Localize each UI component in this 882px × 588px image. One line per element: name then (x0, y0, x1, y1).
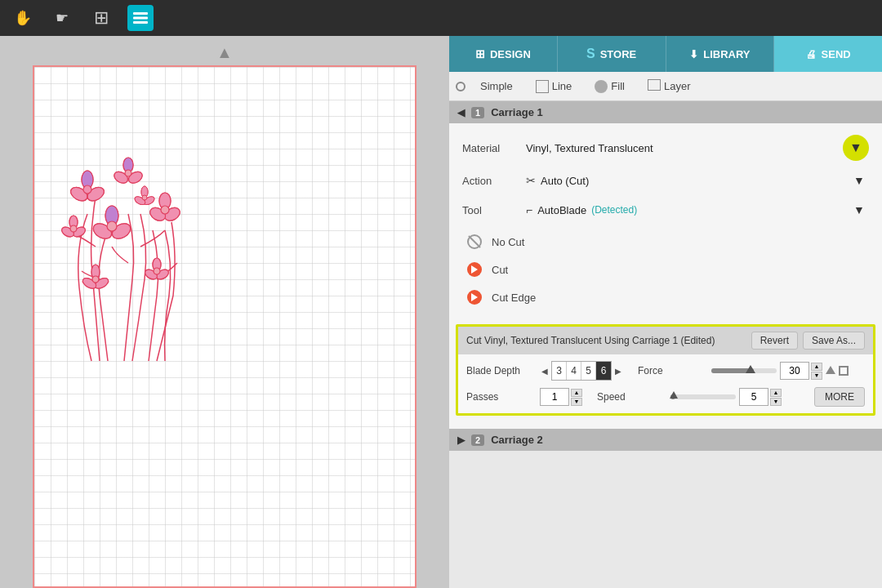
svg-point-23 (107, 221, 117, 231)
subtab-fill-label: Fill (611, 80, 625, 92)
svg-rect-0 (133, 12, 148, 15)
material-value: Vinyl, Textured Translucent (526, 142, 653, 154)
settings-header: Cut Vinyl, Textured Translucent Using Ca… (458, 327, 873, 354)
carriage1-header[interactable]: ◀ 1 Carriage 1 (449, 101, 882, 123)
scroll-up-btn[interactable]: ▲ (200, 39, 249, 65)
canvas-mat (33, 65, 416, 588)
settings-header-text: Cut Vinyl, Textured Translucent Using Ca… (466, 335, 751, 346)
tool-detected-label: (Detected) (591, 204, 637, 216)
carriage1-label: Carriage 1 (491, 106, 543, 118)
blade-depth-right-arrow[interactable]: ▶ (613, 365, 623, 377)
cut-edge-option[interactable]: Cut Edge (449, 283, 882, 311)
sub-tabs: Simple Line Fill Layer (449, 72, 882, 101)
force-up-btn[interactable]: ▲ (811, 363, 822, 371)
svg-rect-1 (133, 17, 148, 20)
blade-depth-cell-3: 6 (596, 362, 611, 380)
tool-icon: ⌐ (526, 203, 532, 216)
carriage2-label: Carriage 2 (491, 434, 543, 446)
cut-option[interactable]: Cut (449, 256, 882, 283)
passes-up-btn[interactable]: ▲ (571, 389, 582, 397)
nav-tabs: ⊞ DESIGN S STORE ⬇ LIBRARY 🖨 SEND (449, 36, 882, 72)
material-value-container: Vinyl, Textured Translucent (526, 142, 836, 154)
force-triangle-icon (826, 366, 835, 374)
cut-tool-btn[interactable] (127, 5, 154, 31)
settings-header-edited-val: (Edited) (680, 335, 715, 346)
design-tab-icon: ⊞ (475, 47, 485, 60)
subtab-fill[interactable]: Fill (585, 77, 635, 96)
add-tool-btn[interactable]: ⊞ (88, 5, 114, 31)
subtab-fill-icon (595, 80, 608, 93)
material-dropdown-btn[interactable]: ▼ (843, 135, 869, 161)
carriage2-header[interactable]: ▶ 2 Carriage 2 (449, 429, 882, 451)
carriage1-body: Material Vinyl, Textured Translucent ▼ A… (449, 123, 882, 429)
carriage2-expand-arrow: ▶ (457, 434, 465, 446)
carriage1-collapse-arrow: ◀ (457, 107, 465, 118)
force-input[interactable]: 30 (780, 362, 809, 380)
carriage2-number-badge: 2 (471, 434, 484, 446)
save-as-btn[interactable]: Save As... (803, 332, 865, 350)
more-btn[interactable]: MORE (814, 387, 865, 407)
passes-speed-row: Passes 1 ▲ ▼ Speed (466, 387, 865, 407)
svg-rect-2 (133, 21, 148, 24)
subtab-layer-icon (648, 79, 661, 91)
subtab-layer[interactable]: Layer (638, 77, 701, 96)
subtab-line-icon (536, 80, 549, 93)
send-tab-label: SEND (822, 48, 851, 60)
action-row: Action ✂ Auto (Cut) ▼ (449, 166, 882, 195)
subtab-line[interactable]: Line (526, 77, 582, 96)
settings-header-material-val: Vinyl, Textured Translucent (484, 335, 602, 346)
material-row: Material Vinyl, Textured Translucent ▼ (449, 130, 882, 166)
blade-depth-control: ◀ 3 4 5 6 ▶ (540, 361, 623, 381)
send-tab-icon: 🖨 (806, 48, 817, 60)
tool-row: Tool ⌐ AutoBlade (Detected) ▼ (449, 195, 882, 225)
force-label: Force (638, 365, 703, 376)
passes-control: 1 ▲ ▼ (540, 388, 582, 406)
force-down-btn[interactable]: ▼ (811, 372, 822, 380)
tool-dropdown-btn[interactable]: ▼ (849, 200, 869, 220)
subtab-simple[interactable]: Simple (470, 77, 523, 96)
passes-input[interactable]: 1 (540, 388, 569, 406)
action-dropdown-btn[interactable]: ▼ (849, 171, 869, 190)
speed-down-btn[interactable]: ▼ (770, 398, 782, 406)
settings-body: Blade Depth ◀ 3 4 5 6 ▶ (458, 354, 873, 413)
flower-art (51, 83, 214, 377)
subtab-simple-radio (456, 82, 466, 91)
cut-edge-icon (466, 288, 483, 306)
speed-spinner: 5 ▲ ▼ (739, 388, 782, 406)
force-row: 30 ▲ ▼ (711, 362, 865, 380)
svg-point-37 (70, 225, 77, 232)
design-tab-label: DESIGN (490, 48, 531, 60)
action-value: Auto (Cut) (541, 175, 589, 187)
blade-depth-cell-1: 4 (567, 362, 581, 380)
blade-depth-left-arrow[interactable]: ◀ (540, 365, 550, 377)
force-square-icon (839, 366, 849, 376)
cut-icon (466, 261, 483, 278)
settings-header-using-val: Using (604, 335, 630, 346)
speed-up-btn[interactable]: ▲ (770, 389, 782, 397)
passes-down-btn[interactable]: ▼ (571, 398, 582, 406)
cut-options: No Cut Cut (449, 225, 882, 318)
tab-library[interactable]: ⬇ LIBRARY (666, 36, 775, 72)
speed-input[interactable]: 5 (739, 388, 768, 406)
no-cut-option[interactable]: No Cut (449, 228, 882, 256)
tab-store[interactable]: S STORE (558, 36, 666, 72)
tab-design[interactable]: ⊞ DESIGN (449, 36, 558, 72)
passes-label: Passes (466, 391, 532, 403)
svg-point-51 (92, 276, 99, 283)
speed-row: 5 ▲ ▼ MORE (670, 387, 865, 407)
action-icon: ✂ (526, 174, 536, 187)
store-tab-icon: S (586, 47, 595, 61)
blade-force-row: Blade Depth ◀ 3 4 5 6 ▶ (466, 361, 865, 381)
tool-value: AutoBlade (537, 204, 586, 216)
tool-value-container: ⌐ AutoBlade (Detected) (526, 203, 843, 216)
select-tool-btn[interactable]: ☛ (49, 5, 75, 31)
no-cut-label: No Cut (492, 236, 524, 248)
store-tab-label: STORE (600, 48, 637, 60)
tab-send[interactable]: 🖨 SEND (774, 36, 882, 72)
speed-slider-track[interactable] (670, 394, 736, 399)
blade-depth-label: Blade Depth (466, 365, 532, 376)
hand-tool-btn[interactable]: ✋ (10, 5, 36, 31)
force-slider-track[interactable] (711, 368, 777, 373)
revert-btn[interactable]: Revert (751, 332, 798, 350)
svg-point-58 (154, 268, 160, 274)
